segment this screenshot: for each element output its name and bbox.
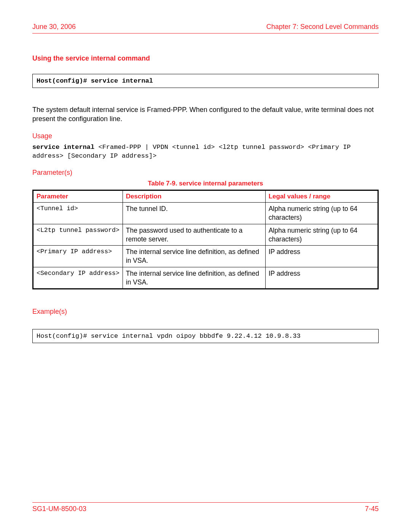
- col-header-legal: Legal values / range: [265, 190, 378, 203]
- footer-doc-id: SG1-UM-8500-03: [32, 505, 86, 513]
- param-name: <Secondary IP address>: [33, 267, 123, 289]
- command-box: Host(config)# service internal: [32, 74, 379, 88]
- param-desc: The internal service line definition, as…: [123, 267, 265, 289]
- param-legal: Alpha numeric string (up to 64 character…: [265, 224, 378, 246]
- usage-syntax: service internal <Framed-PPP | VPDN <tun…: [32, 143, 379, 161]
- table-row: <Primary IP address> The internal servic…: [33, 246, 378, 267]
- table-row: <Secondary IP address> The internal serv…: [33, 267, 378, 289]
- param-name: <L2tp tunnel password>: [33, 224, 123, 246]
- col-header-parameter: Parameter: [33, 190, 123, 203]
- section-title: Using the service internal command: [32, 54, 379, 62]
- col-header-description: Description: [123, 190, 265, 203]
- param-desc: The tunnel ID.: [123, 203, 265, 224]
- header-chapter: Chapter 7: Second Level Commands: [266, 23, 379, 31]
- header-date: June 30, 2006: [32, 23, 76, 31]
- table-header-row: Parameter Description Legal values / ran…: [33, 190, 378, 203]
- table-caption: Table 7-9. service internal parameters: [32, 180, 379, 187]
- usage-label: Usage: [32, 132, 379, 140]
- param-legal: IP address: [265, 267, 378, 289]
- parameters-label: Parameter(s): [32, 169, 379, 177]
- param-name: <Tunnel id>: [33, 203, 123, 224]
- param-legal: Alpha numeric string (up to 64 character…: [265, 203, 378, 224]
- page-content: June 30, 2006 Chapter 7: Second Level Co…: [32, 23, 379, 513]
- param-legal: IP address: [265, 246, 378, 267]
- param-name: <Primary IP address>: [33, 246, 123, 267]
- footer-page-number: 7-45: [365, 505, 379, 513]
- table-row: <L2tp tunnel password> The password used…: [33, 224, 378, 246]
- param-desc: The internal service line definition, as…: [123, 246, 265, 267]
- usage-command-prefix: service internal: [32, 144, 98, 151]
- table-row: <Tunnel id> The tunnel ID. Alpha numeric…: [33, 203, 378, 224]
- example-box: Host(config)# service internal vpdn oipo…: [32, 329, 379, 343]
- page-header: June 30, 2006 Chapter 7: Second Level Co…: [32, 23, 379, 34]
- examples-label: Example(s): [32, 308, 379, 316]
- intro-text: The system default internal service is F…: [32, 105, 379, 124]
- param-desc: The password used to authenticate to a r…: [123, 224, 265, 246]
- page-footer: SG1-UM-8500-03 7-45: [32, 502, 379, 513]
- parameters-table: Parameter Description Legal values / ran…: [32, 190, 379, 289]
